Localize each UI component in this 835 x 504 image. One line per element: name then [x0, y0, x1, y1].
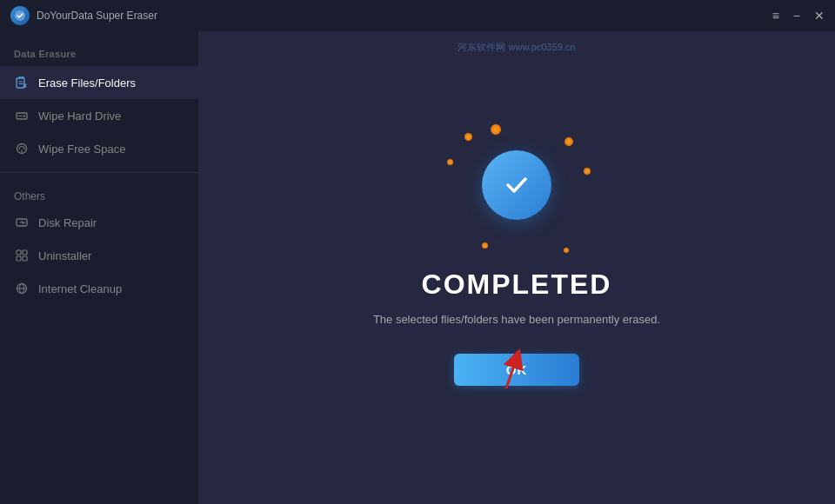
checkmark-icon: [499, 168, 534, 202]
sidebar-item-wipe-free-space[interactable]: Wipe Free Space: [0, 132, 198, 165]
svg-rect-10: [17, 250, 21, 255]
wipe-hard-drive-icon: [14, 108, 30, 123]
spark-particle-6: [564, 248, 569, 253]
sidebar-item-uninstaller-label: Uninstaller: [38, 249, 91, 262]
internet-cleanup-icon: [14, 281, 30, 296]
svg-rect-12: [17, 256, 21, 261]
sidebar-item-erase-files-label: Erase Files/Folders: [38, 76, 136, 90]
ok-button-container: OK: [454, 354, 580, 386]
svg-rect-1: [17, 78, 24, 88]
spark-particle-2: [464, 133, 472, 141]
erase-files-icon: [14, 75, 30, 90]
spark-particle-5: [584, 168, 591, 175]
svg-rect-11: [23, 250, 27, 255]
sidebar-item-wipe-hard-drive[interactable]: Wipe Hard Drive: [0, 99, 198, 132]
data-erasure-label: Data Erasure: [0, 45, 198, 66]
spark-particle-7: [482, 242, 488, 249]
svg-point-5: [23, 116, 25, 117]
app-title: DoYourData Super Eraser: [37, 10, 157, 22]
sidebar-divider: [0, 172, 198, 173]
completed-title: COMPLETED: [422, 269, 612, 301]
main-content: 河东软件网 www.pc0359.cn: [198, 31, 835, 504]
watermark: 河东软件网 www.pc0359.cn: [198, 31, 835, 63]
sidebar-item-wipe-free-space-label: Wipe Free Space: [38, 143, 125, 156]
app-icon: [10, 6, 30, 25]
sidebar-item-uninstaller[interactable]: Uninstaller: [0, 239, 198, 272]
completed-description: The selected flies/folders have been per…: [373, 313, 660, 326]
sidebar-item-disk-repair[interactable]: Disk Repair: [0, 206, 198, 239]
disk-repair-icon: [14, 215, 30, 230]
app-layout: Data Erasure Erase Files/Folders: [0, 31, 835, 504]
minimize-button[interactable]: −: [793, 10, 800, 22]
titlebar-left: DoYourData Super Eraser: [10, 6, 157, 25]
spark-particle-4: [564, 136, 575, 147]
others-label: Others: [0, 180, 198, 206]
ok-button[interactable]: OK: [454, 354, 580, 386]
wipe-free-space-icon: [14, 141, 30, 156]
titlebar-controls: ≡ − ✕: [772, 10, 825, 22]
completion-box: COMPLETED The selected flies/folders hav…: [373, 150, 660, 386]
titlebar: DoYourData Super Eraser ≡ − ✕: [0, 0, 835, 31]
sidebar: Data Erasure Erase Files/Folders: [0, 31, 198, 504]
spark-particle-3: [447, 159, 453, 165]
uninstaller-icon: [14, 248, 30, 263]
svg-rect-13: [23, 256, 27, 261]
sidebar-item-internet-cleanup-label: Internet Cleanup: [38, 282, 122, 295]
sidebar-item-wipe-hard-drive-label: Wipe Hard Drive: [38, 109, 121, 123]
spark-particle-1: [489, 122, 503, 136]
menu-button[interactable]: ≡: [772, 10, 779, 22]
sidebar-item-disk-repair-label: Disk Repair: [38, 216, 97, 229]
close-button[interactable]: ✕: [814, 10, 825, 22]
sidebar-item-internet-cleanup[interactable]: Internet Cleanup: [0, 272, 198, 305]
check-circle: [482, 150, 551, 220]
sidebar-item-erase-files[interactable]: Erase Files/Folders: [0, 66, 198, 99]
